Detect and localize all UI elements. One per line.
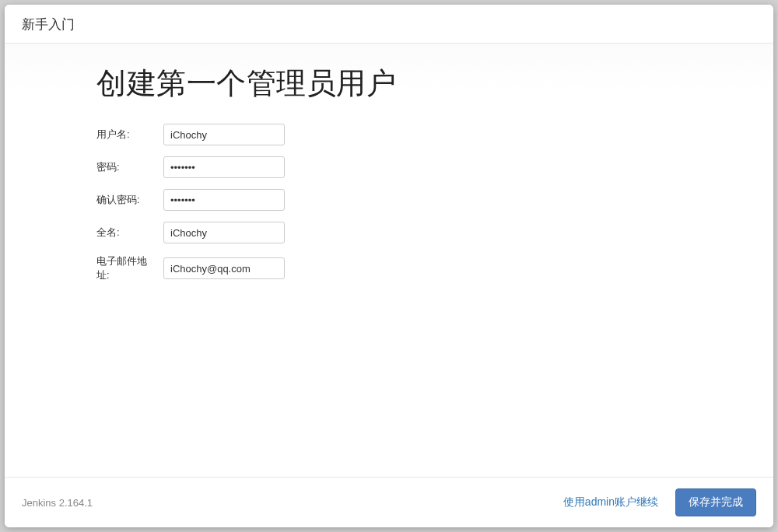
form-row-fullname: 全名: <box>96 222 742 243</box>
password-input[interactable] <box>163 156 285 178</box>
continue-as-admin-link[interactable]: 使用admin账户继续 <box>560 491 661 514</box>
password-label: 密码: <box>96 160 163 174</box>
username-input[interactable] <box>163 124 285 145</box>
form-row-email: 电子邮件地址: <box>96 254 742 282</box>
setup-wizard-window: 新手入门 创建第一个管理员用户 用户名: 密码: 确认密码: 全名: 电子邮 <box>5 5 773 527</box>
save-and-finish-button[interactable]: 保存并完成 <box>675 488 756 516</box>
email-input[interactable] <box>163 257 285 279</box>
email-label: 电子邮件地址: <box>96 254 163 282</box>
form-row-password: 密码: <box>96 156 742 178</box>
version-text: Jenkins 2.164.1 <box>22 497 93 509</box>
confirm-password-label: 确认密码: <box>96 193 163 207</box>
footer-actions: 使用admin账户继续 保存并完成 <box>560 488 756 516</box>
confirm-password-input[interactable] <box>163 189 285 211</box>
fullname-input[interactable] <box>163 222 285 243</box>
header: 新手入门 <box>5 5 773 44</box>
form-row-username: 用户名: <box>96 124 742 145</box>
page-title: 创建第一个管理员用户 <box>96 64 742 103</box>
content-inner: 创建第一个管理员用户 用户名: 密码: 确认密码: 全名: 电子邮件地址: <box>96 64 742 282</box>
header-title: 新手入门 <box>22 16 756 33</box>
fullname-label: 全名: <box>96 226 163 240</box>
content-area: 创建第一个管理员用户 用户名: 密码: 确认密码: 全名: 电子邮件地址: <box>5 44 773 477</box>
footer: Jenkins 2.164.1 使用admin账户继续 保存并完成 <box>5 477 773 527</box>
form-row-confirm-password: 确认密码: <box>96 189 742 211</box>
username-label: 用户名: <box>96 128 163 142</box>
